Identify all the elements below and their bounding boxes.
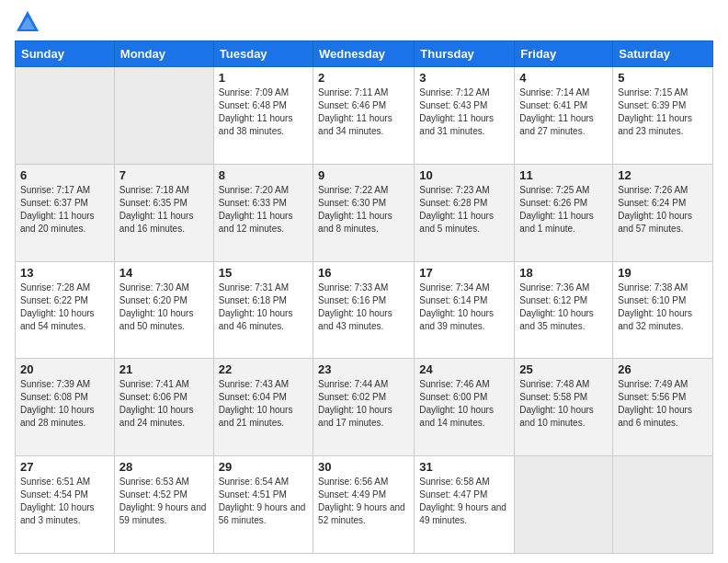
logo-icon (15, 9, 40, 35)
calendar-cell: 31Sunrise: 6:58 AMSunset: 4:47 PMDayligh… (415, 456, 515, 554)
cell-date-number: 28 (119, 460, 209, 474)
cell-date-number: 15 (219, 266, 308, 280)
calendar-cell (613, 456, 713, 554)
calendar-page: SundayMondayTuesdayWednesdayThursdayFrid… (0, 0, 728, 563)
cell-info: Sunrise: 7:17 AMSunset: 6:37 PMDaylight:… (20, 184, 109, 236)
calendar-cell: 16Sunrise: 7:33 AMSunset: 6:16 PMDayligh… (313, 261, 415, 359)
calendar-week-row: 20Sunrise: 7:39 AMSunset: 6:08 PMDayligh… (16, 359, 713, 456)
calendar-header-wednesday: Wednesday (313, 41, 415, 67)
calendar-cell: 11Sunrise: 7:25 AMSunset: 6:26 PMDayligh… (515, 164, 613, 261)
calendar-cell: 27Sunrise: 6:51 AMSunset: 4:54 PMDayligh… (16, 456, 115, 554)
cell-date-number: 24 (419, 362, 509, 376)
cell-info: Sunrise: 7:36 AMSunset: 6:12 PMDaylight:… (519, 282, 608, 333)
calendar-cell: 24Sunrise: 7:46 AMSunset: 6:00 PMDayligh… (415, 359, 515, 456)
cell-info: Sunrise: 7:38 AMSunset: 6:10 PMDaylight:… (618, 282, 708, 333)
cell-date-number: 1 (219, 71, 308, 85)
cell-info: Sunrise: 6:58 AMSunset: 4:47 PMDaylight:… (419, 476, 509, 527)
calendar-header-monday: Monday (114, 41, 213, 67)
calendar-week-row: 27Sunrise: 6:51 AMSunset: 4:54 PMDayligh… (16, 456, 713, 554)
calendar-header-friday: Friday (515, 41, 613, 67)
cell-date-number: 4 (519, 71, 608, 85)
cell-date-number: 13 (20, 266, 109, 280)
cell-date-number: 2 (318, 71, 409, 85)
calendar-week-row: 13Sunrise: 7:28 AMSunset: 6:22 PMDayligh… (16, 261, 713, 359)
cell-date-number: 29 (219, 460, 308, 474)
cell-info: Sunrise: 7:25 AMSunset: 6:26 PMDaylight:… (519, 184, 608, 236)
cell-info: Sunrise: 7:43 AMSunset: 6:04 PMDaylight:… (219, 378, 308, 430)
calendar-cell: 12Sunrise: 7:26 AMSunset: 6:24 PMDayligh… (613, 164, 713, 261)
cell-date-number: 30 (318, 460, 409, 474)
cell-info: Sunrise: 7:39 AMSunset: 6:08 PMDaylight:… (20, 378, 109, 430)
cell-date-number: 27 (20, 460, 109, 474)
cell-date-number: 21 (119, 362, 209, 376)
calendar-cell: 7Sunrise: 7:18 AMSunset: 6:35 PMDaylight… (114, 164, 213, 261)
calendar-week-row: 1Sunrise: 7:09 AMSunset: 6:48 PMDaylight… (16, 67, 713, 165)
calendar-cell: 21Sunrise: 7:41 AMSunset: 6:06 PMDayligh… (114, 359, 213, 456)
cell-info: Sunrise: 6:56 AMSunset: 4:49 PMDaylight:… (318, 476, 409, 527)
cell-info: Sunrise: 7:18 AMSunset: 6:35 PMDaylight:… (119, 184, 209, 236)
calendar-cell: 22Sunrise: 7:43 AMSunset: 6:04 PMDayligh… (213, 359, 313, 456)
calendar-cell: 6Sunrise: 7:17 AMSunset: 6:37 PMDaylight… (16, 164, 115, 261)
cell-date-number: 11 (519, 168, 608, 182)
calendar-cell: 28Sunrise: 6:53 AMSunset: 4:52 PMDayligh… (114, 456, 213, 554)
cell-date-number: 22 (219, 362, 308, 376)
calendar-cell: 30Sunrise: 6:56 AMSunset: 4:49 PMDayligh… (313, 456, 415, 554)
calendar-header-row: SundayMondayTuesdayWednesdayThursdayFrid… (16, 41, 713, 67)
cell-date-number: 8 (219, 168, 308, 182)
calendar-cell (114, 67, 213, 165)
cell-info: Sunrise: 7:48 AMSunset: 5:58 PMDaylight:… (519, 378, 608, 430)
calendar-cell: 10Sunrise: 7:23 AMSunset: 6:28 PMDayligh… (415, 164, 515, 261)
calendar-cell: 26Sunrise: 7:49 AMSunset: 5:56 PMDayligh… (613, 359, 713, 456)
cell-date-number: 31 (419, 460, 509, 474)
cell-date-number: 14 (119, 266, 209, 280)
cell-date-number: 7 (119, 168, 209, 182)
calendar-cell: 20Sunrise: 7:39 AMSunset: 6:08 PMDayligh… (16, 359, 115, 456)
cell-date-number: 17 (419, 266, 509, 280)
cell-info: Sunrise: 6:53 AMSunset: 4:52 PMDaylight:… (119, 476, 209, 527)
cell-info: Sunrise: 7:23 AMSunset: 6:28 PMDaylight:… (419, 184, 509, 236)
calendar-cell: 19Sunrise: 7:38 AMSunset: 6:10 PMDayligh… (613, 261, 713, 359)
calendar-cell: 25Sunrise: 7:48 AMSunset: 5:58 PMDayligh… (515, 359, 613, 456)
header (15, 9, 713, 35)
cell-date-number: 12 (618, 168, 708, 182)
cell-info: Sunrise: 7:41 AMSunset: 6:06 PMDaylight:… (119, 378, 209, 430)
calendar-cell: 8Sunrise: 7:20 AMSunset: 6:33 PMDaylight… (213, 164, 313, 261)
cell-date-number: 10 (419, 168, 509, 182)
calendar-cell: 5Sunrise: 7:15 AMSunset: 6:39 PMDaylight… (613, 67, 713, 165)
calendar-header-tuesday: Tuesday (213, 41, 313, 67)
cell-info: Sunrise: 7:12 AMSunset: 6:43 PMDaylight:… (419, 86, 509, 138)
cell-info: Sunrise: 7:49 AMSunset: 5:56 PMDaylight:… (618, 378, 708, 430)
cell-date-number: 5 (618, 71, 708, 85)
cell-date-number: 18 (519, 266, 608, 280)
calendar-cell: 1Sunrise: 7:09 AMSunset: 6:48 PMDaylight… (213, 67, 313, 165)
cell-date-number: 9 (318, 168, 409, 182)
cell-info: Sunrise: 7:46 AMSunset: 6:00 PMDaylight:… (419, 378, 509, 430)
cell-info: Sunrise: 7:33 AMSunset: 6:16 PMDaylight:… (318, 282, 409, 333)
cell-date-number: 6 (20, 168, 109, 182)
calendar-cell (16, 67, 115, 165)
calendar-cell: 14Sunrise: 7:30 AMSunset: 6:20 PMDayligh… (114, 261, 213, 359)
cell-info: Sunrise: 7:30 AMSunset: 6:20 PMDaylight:… (119, 282, 209, 333)
cell-info: Sunrise: 7:22 AMSunset: 6:30 PMDaylight:… (318, 184, 409, 236)
cell-date-number: 16 (318, 266, 409, 280)
calendar-header-thursday: Thursday (415, 41, 515, 67)
calendar-cell: 29Sunrise: 6:54 AMSunset: 4:51 PMDayligh… (213, 456, 313, 554)
cell-info: Sunrise: 6:51 AMSunset: 4:54 PMDaylight:… (20, 476, 109, 527)
cell-info: Sunrise: 7:11 AMSunset: 6:46 PMDaylight:… (318, 86, 409, 138)
calendar-header-saturday: Saturday (613, 41, 713, 67)
cell-info: Sunrise: 7:26 AMSunset: 6:24 PMDaylight:… (618, 184, 708, 236)
calendar-cell: 18Sunrise: 7:36 AMSunset: 6:12 PMDayligh… (515, 261, 613, 359)
calendar-cell: 4Sunrise: 7:14 AMSunset: 6:41 PMDaylight… (515, 67, 613, 165)
cell-info: Sunrise: 7:44 AMSunset: 6:02 PMDaylight:… (318, 378, 409, 430)
calendar-table: SundayMondayTuesdayWednesdayThursdayFrid… (15, 40, 713, 554)
cell-info: Sunrise: 7:15 AMSunset: 6:39 PMDaylight:… (618, 86, 708, 138)
cell-info: Sunrise: 7:28 AMSunset: 6:22 PMDaylight:… (20, 282, 109, 333)
cell-info: Sunrise: 7:34 AMSunset: 6:14 PMDaylight:… (419, 282, 509, 333)
calendar-cell: 15Sunrise: 7:31 AMSunset: 6:18 PMDayligh… (213, 261, 313, 359)
cell-date-number: 26 (618, 362, 708, 376)
calendar-cell (515, 456, 613, 554)
calendar-cell: 13Sunrise: 7:28 AMSunset: 6:22 PMDayligh… (16, 261, 115, 359)
calendar-header-sunday: Sunday (16, 41, 115, 67)
calendar-cell: 3Sunrise: 7:12 AMSunset: 6:43 PMDaylight… (415, 67, 515, 165)
calendar-cell: 9Sunrise: 7:22 AMSunset: 6:30 PMDaylight… (313, 164, 415, 261)
